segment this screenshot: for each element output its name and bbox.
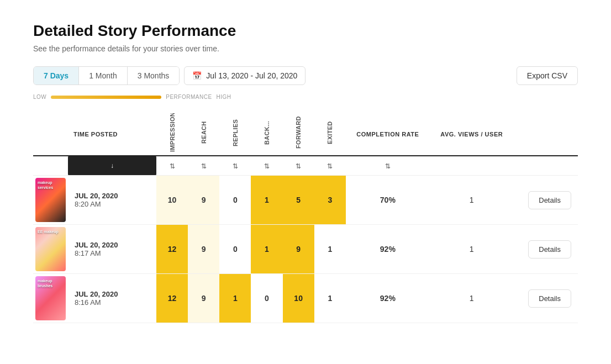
story-date: JUL 20, 2020 — [75, 192, 150, 200]
column-header-row: TIME POSTED IMPRESSIONS REACH REPLIES BA… — [33, 113, 578, 156]
date-range-picker[interactable]: 📅 Jul 13, 2020 - Jul 20, 2020 — [184, 66, 306, 85]
avg-views-cell: 1 — [430, 274, 514, 323]
exited-cell: 3 — [314, 176, 346, 225]
reach-cell: 9 — [188, 176, 219, 225]
replies-cell: 0 — [219, 176, 251, 225]
perf-high-label: HIGH — [217, 94, 231, 100]
sort-controls-row: ↓ ⇅ ⇅ ⇅ ⇅ ⇅ ⇅ — [33, 156, 578, 176]
page-title: Detailed Story Performance — [33, 22, 578, 40]
completion-rate-cell: 92% — [346, 225, 430, 274]
story-date: JUL 20, 2020 — [75, 290, 150, 298]
avg-views-cell: 1 — [430, 225, 514, 274]
tab-3months[interactable]: 3 Months — [128, 67, 180, 85]
table-row: EE makeup JUL 20, 2020 8:17 AM 12 9 0 1 … — [33, 225, 578, 274]
time-posted-cell: JUL 20, 2020 8:16 AM — [68, 274, 156, 323]
page-subtitle: See the performance details for your sto… — [33, 44, 578, 53]
forward-cell: 5 — [283, 176, 314, 225]
col-forward: FORWARD — [295, 113, 302, 152]
replies-cell: 1 — [219, 274, 251, 323]
forward-cell: 9 — [283, 225, 314, 274]
story-time: 8:16 AM — [75, 298, 150, 307]
details-cell: Details — [514, 176, 578, 225]
col-completion-rate: COMPLETION RATE — [346, 113, 430, 156]
impressions-cell: 10 — [156, 176, 188, 225]
tab-7days[interactable]: 7 Days — [34, 67, 79, 85]
story-time: 8:20 AM — [75, 200, 150, 208]
forward-cell: 10 — [283, 274, 314, 323]
perf-label: PERFORMANCE — [166, 94, 212, 100]
time-posted-cell: JUL 20, 2020 8:17 AM — [68, 225, 156, 274]
sort-exited[interactable]: ⇅ — [327, 162, 333, 170]
replies-cell: 0 — [219, 225, 251, 274]
impressions-cell: 12 — [156, 274, 188, 323]
calendar-icon: 📅 — [192, 71, 202, 80]
exited-cell: 1 — [314, 274, 346, 323]
data-table-wrapper: TIME POSTED IMPRESSIONS REACH REPLIES BA… — [33, 113, 578, 323]
thumbnail-cell: makeup services — [33, 176, 68, 225]
table-row: makeup brushes JUL 20, 2020 8:16 AM 12 9… — [33, 274, 578, 323]
controls-bar: 7 Days 1 Month 3 Months 📅 Jul 13, 2020 -… — [33, 66, 578, 85]
col-avg-views: AVG. VIEWS / USER — [430, 113, 514, 156]
completion-rate-cell: 92% — [346, 274, 430, 323]
reach-cell: 9 — [188, 274, 219, 323]
details-button[interactable]: Details — [528, 289, 571, 308]
sort-forward[interactable]: ⇅ — [296, 162, 301, 170]
time-tab-group: 7 Days 1 Month 3 Months — [33, 66, 180, 85]
col-time-posted: TIME POSTED — [68, 113, 156, 156]
sort-impressions[interactable]: ⇅ — [170, 162, 175, 170]
tab-1month[interactable]: 1 Month — [79, 67, 128, 85]
col-reach: REACH — [201, 113, 207, 152]
sort-back[interactable]: ⇅ — [264, 162, 270, 170]
performance-legend: LOW PERFORMANCE HIGH — [33, 94, 578, 100]
story-performance-table: TIME POSTED IMPRESSIONS REACH REPLIES BA… — [33, 113, 578, 323]
story-date: JUL 20, 2020 — [75, 241, 150, 249]
details-button[interactable]: Details — [528, 240, 571, 259]
table-row: makeup services JUL 20, 2020 8:20 AM 10 … — [33, 176, 578, 225]
export-csv-button[interactable]: Export CSV — [517, 66, 578, 85]
story-time: 8:17 AM — [75, 249, 150, 257]
performance-gradient-bar — [51, 96, 161, 99]
exited-cell: 1 — [314, 225, 346, 274]
back-cell: 1 — [251, 176, 282, 225]
time-posted-cell: JUL 20, 2020 8:20 AM — [68, 176, 156, 225]
avg-views-cell: 1 — [430, 176, 514, 225]
perf-low-label: LOW — [33, 94, 46, 100]
col-replies: REPLIES — [232, 113, 239, 152]
details-cell: Details — [514, 274, 578, 323]
reach-cell: 9 — [188, 225, 219, 274]
sort-completion-rate[interactable]: ⇅ — [385, 162, 391, 170]
details-cell: Details — [514, 225, 578, 274]
back-cell: 1 — [251, 225, 282, 274]
thumbnail-cell: makeup brushes — [33, 274, 68, 323]
sort-replies[interactable]: ⇅ — [233, 162, 238, 170]
back-cell: 0 — [251, 274, 282, 323]
col-exited: EXITED — [326, 113, 333, 152]
impressions-cell: 12 — [156, 225, 188, 274]
date-range-value: Jul 13, 2020 - Jul 20, 2020 — [206, 71, 297, 80]
sort-reach[interactable]: ⇅ — [201, 162, 207, 170]
completion-rate-cell: 70% — [346, 176, 430, 225]
details-button[interactable]: Details — [528, 191, 571, 209]
col-impressions: IMPRESSIONS — [169, 113, 176, 152]
sort-time-posted[interactable]: ↓ — [105, 160, 119, 172]
thumbnail-cell: EE makeup — [33, 225, 68, 274]
col-back: BACK... — [264, 113, 270, 152]
